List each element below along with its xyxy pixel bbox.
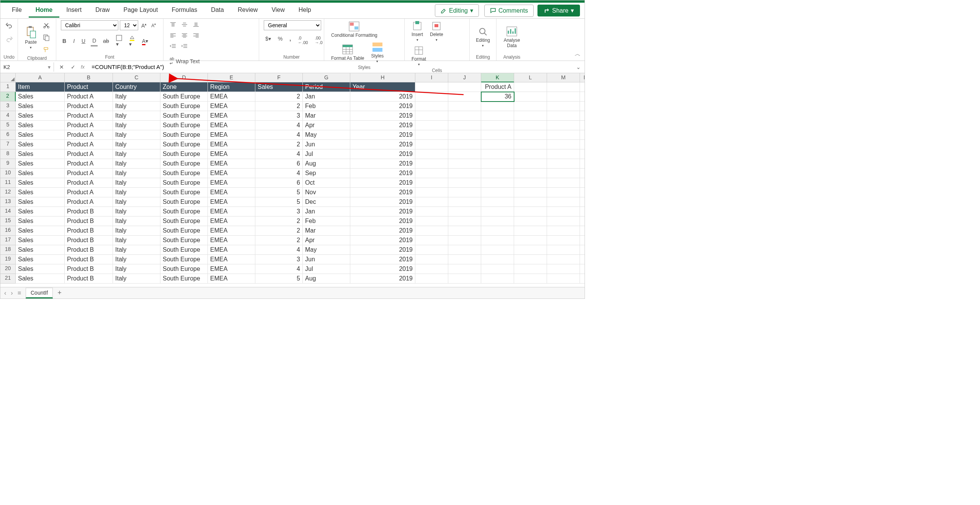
menu-tab-view[interactable]: View (265, 3, 291, 18)
fx-icon[interactable]: fx (81, 64, 85, 70)
cell[interactable] (514, 236, 547, 245)
cell[interactable]: Sales (16, 178, 65, 188)
menu-tab-formulas[interactable]: Formulas (165, 3, 204, 18)
cell[interactable]: South Europe (160, 121, 208, 130)
format-as-table-button[interactable]: Format As Table (329, 43, 366, 62)
formula-expand-button[interactable]: ⌄ (572, 64, 585, 70)
cell[interactable] (481, 111, 514, 121)
cell[interactable]: 3 (255, 207, 303, 216)
cell[interactable]: 2019 (350, 121, 415, 130)
cell[interactable]: 3 (255, 255, 303, 264)
cell[interactable] (448, 197, 481, 207)
menu-tab-data[interactable]: Data (204, 3, 231, 18)
cell[interactable]: Italy (113, 188, 160, 197)
cell[interactable] (415, 245, 448, 255)
cell[interactable] (580, 226, 585, 236)
cell[interactable]: Sep (303, 169, 350, 178)
cell[interactable] (415, 236, 448, 245)
align-top-button[interactable] (168, 20, 178, 29)
align-center-button[interactable] (180, 31, 189, 39)
cell[interactable]: 4 (255, 130, 303, 140)
cell[interactable]: Sales (16, 197, 65, 207)
cell[interactable] (580, 169, 585, 178)
sheet-prev-button[interactable]: ‹ (4, 290, 6, 297)
cell[interactable]: May (303, 245, 350, 255)
border-button[interactable]: ▾ (114, 33, 124, 49)
accept-formula-button[interactable]: ✓ (69, 62, 77, 72)
cell[interactable]: South Europe (160, 140, 208, 149)
cell[interactable]: EMEA (208, 140, 255, 149)
grid[interactable]: ABCDEFGHIJKLMN1ItemProductCountryZoneReg… (0, 73, 585, 287)
cell[interactable] (514, 82, 547, 92)
cell[interactable] (514, 197, 547, 207)
cell[interactable]: South Europe (160, 207, 208, 216)
cell[interactable] (547, 255, 580, 264)
cell[interactable] (514, 111, 547, 121)
cell[interactable]: Sales (16, 102, 65, 111)
cell[interactable]: 4 (255, 121, 303, 130)
cell[interactable]: Jan (303, 92, 350, 102)
comments-button[interactable]: Comments (484, 5, 534, 17)
analyse-data-button[interactable]: Analyse Data (501, 25, 523, 49)
cell[interactable]: Sales (16, 92, 65, 102)
cell[interactable]: Mar (303, 111, 350, 121)
cell[interactable]: Italy (113, 169, 160, 178)
cell[interactable] (580, 149, 585, 159)
cell[interactable]: South Europe (160, 245, 208, 255)
cell[interactable]: Sales (16, 226, 65, 236)
bold-button[interactable]: B (61, 36, 68, 46)
cell[interactable]: Sales (16, 274, 65, 284)
row-header-17[interactable]: 17 (0, 236, 16, 245)
cell[interactable] (580, 188, 585, 197)
cell[interactable]: Apr (303, 236, 350, 245)
cell[interactable]: South Europe (160, 130, 208, 140)
cell[interactable]: 2019 (350, 130, 415, 140)
undo-button[interactable] (4, 20, 15, 30)
col-header-K[interactable]: K (481, 73, 514, 82)
cell[interactable] (481, 121, 514, 130)
cell[interactable]: Product A (65, 92, 113, 102)
cell[interactable]: Sales (16, 121, 65, 130)
sheet-tab-countif[interactable]: CountIf (26, 288, 53, 298)
cell[interactable] (580, 111, 585, 121)
cell[interactable] (415, 102, 448, 111)
cell[interactable]: EMEA (208, 102, 255, 111)
cell[interactable]: Year (350, 82, 415, 92)
cell[interactable]: Sales (16, 149, 65, 159)
italic-button[interactable]: I (72, 36, 76, 46)
col-header-I[interactable]: I (415, 73, 448, 82)
cell[interactable]: Sales (16, 255, 65, 264)
cell[interactable]: Italy (113, 216, 160, 226)
cell[interactable] (580, 82, 585, 92)
font-name-select[interactable]: Calibri (61, 20, 118, 30)
row-header-18[interactable]: 18 (0, 245, 16, 255)
cell[interactable] (514, 245, 547, 255)
menu-tab-review[interactable]: Review (231, 3, 265, 18)
cell[interactable] (448, 102, 481, 111)
cell[interactable]: Italy (113, 149, 160, 159)
cell[interactable] (580, 274, 585, 284)
cell[interactable] (448, 188, 481, 197)
row-header-15[interactable]: 15 (0, 216, 16, 226)
col-header-E[interactable]: E (208, 73, 255, 82)
font-color-button[interactable]: A▾ (140, 36, 150, 46)
cell[interactable]: Apr (303, 121, 350, 130)
cell[interactable]: Italy (113, 245, 160, 255)
cell[interactable]: EMEA (208, 178, 255, 188)
cell[interactable]: Sales (16, 111, 65, 121)
ribbon-collapse-button[interactable]: ︿ (575, 50, 581, 58)
cell[interactable] (448, 149, 481, 159)
cell-k2[interactable]: 36 (481, 92, 514, 102)
cell[interactable] (481, 226, 514, 236)
cell[interactable] (415, 188, 448, 197)
cell[interactable]: South Europe (160, 216, 208, 226)
cell[interactable]: Product A (65, 188, 113, 197)
cell[interactable]: EMEA (208, 264, 255, 274)
cell[interactable]: Dec (303, 197, 350, 207)
cell[interactable] (580, 236, 585, 245)
cell[interactable] (547, 274, 580, 284)
cell[interactable]: Product A (65, 111, 113, 121)
share-button[interactable]: Share ▾ (537, 5, 580, 16)
cell[interactable]: EMEA (208, 236, 255, 245)
align-bottom-button[interactable] (191, 20, 201, 29)
